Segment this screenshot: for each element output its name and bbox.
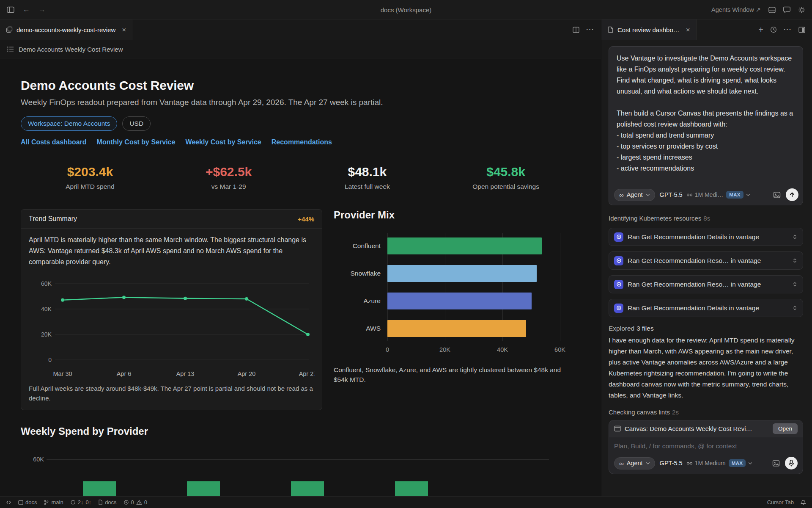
max-mode-badge[interactable]: MAX <box>726 191 743 199</box>
chat-input[interactable] <box>614 442 798 450</box>
forward-button[interactable]: → <box>38 6 46 14</box>
chat-more-actions-icon[interactable]: ··· <box>784 26 792 33</box>
chat-input-area[interactable]: ∞ Agent GPT-5.5 1M Medium MAX <box>609 437 803 474</box>
provider-xtick: 40K <box>497 346 508 353</box>
close-tab-icon[interactable]: × <box>122 26 126 33</box>
chevron-down-icon[interactable] <box>748 462 752 465</box>
explored-prefix: Explored <box>609 325 634 332</box>
settings-gear-icon[interactable] <box>798 6 805 14</box>
explored-count: 3 files <box>636 325 654 332</box>
expand-chevrons-icon[interactable] <box>792 234 798 240</box>
provider-xtick: 0 <box>386 346 389 353</box>
context-window-selector[interactable]: 1M Medi… <box>686 191 724 198</box>
explored-files-summary[interactable]: Explored3 files <box>609 325 803 332</box>
link-all-costs-dashboard[interactable]: All Costs dashboard <box>21 138 87 146</box>
metric-value: $48.1k <box>298 165 437 179</box>
canvas-layers-icon <box>6 26 13 33</box>
chevron-down-icon <box>646 193 650 196</box>
context-link-icon <box>686 461 693 466</box>
toggle-right-panel-icon[interactable] <box>798 27 805 33</box>
trend-line-chart: 020K40K60KMar 30Apr 6Apr 13Apr 20Apr 27 <box>29 271 315 380</box>
status-text: Identifying Kubernetes resources <box>609 215 701 222</box>
chat-icon[interactable] <box>783 6 790 13</box>
tool-name: Get Recommendation Reso… <box>642 257 729 264</box>
chevron-down-icon[interactable] <box>746 193 750 196</box>
svg-text:40K: 40K <box>41 306 52 312</box>
currency-pill[interactable]: USD <box>122 116 151 131</box>
context-window-selector[interactable]: 1M Medium <box>686 460 726 467</box>
toggle-sidebar-icon[interactable] <box>7 6 14 13</box>
tool-prefix: Ran <box>628 257 639 264</box>
agent-mode-label: Agent <box>627 191 643 198</box>
agent-mode-selector[interactable]: ∞ Agent <box>614 457 655 469</box>
attach-image-icon[interactable] <box>772 460 780 467</box>
workspace-pill[interactable]: Workspace: Demo Accounts <box>21 116 117 131</box>
tab-cost-review-dashboard[interactable]: Cost review dashbo… × <box>601 19 697 40</box>
message-composer-bar: ∞ Agent GPT-5.5 1M Medi… MAX <box>614 188 798 201</box>
metric-value: +$62.5k <box>159 165 298 179</box>
outline-list-icon[interactable] <box>7 46 14 52</box>
link-recommendations[interactable]: Recommendations <box>272 138 332 146</box>
tool-call-row[interactable]: Ran Get Recommendation Reso… in vantage <box>609 275 803 293</box>
back-button[interactable]: ← <box>23 6 30 14</box>
toggle-bottom-panel-icon[interactable] <box>768 7 776 13</box>
user-message-bullet: - top services or providers by cost <box>617 141 795 152</box>
voice-input-button[interactable] <box>785 457 798 469</box>
tab-demo-accounts-weekly-cost-review[interactable]: demo-accounts-weekly-cost-review × <box>0 19 132 40</box>
new-chat-icon[interactable]: + <box>758 25 763 34</box>
docs-indicator[interactable]: docs <box>98 499 116 505</box>
tool-location: in vantage <box>729 233 760 240</box>
provider-mix-chart: ConfluentSnowflakeAzureAWS 020K40K60K <box>334 233 575 341</box>
user-message-bullet: - largest spend increases <box>617 152 795 163</box>
git-sync-indicator[interactable]: 2↓ 0↑ <box>70 499 91 505</box>
problems-indicator[interactable]: 0 0 <box>123 499 147 505</box>
canvas-result-row[interactable]: Canvas: Demo Accounts Weekly Cost Revi… … <box>609 420 803 437</box>
provider-label: Confluent <box>334 237 381 254</box>
canvas-window-icon <box>614 425 621 432</box>
send-button[interactable] <box>786 188 798 201</box>
expand-chevrons-icon[interactable] <box>792 257 798 264</box>
open-canvas-button[interactable]: Open <box>773 423 798 434</box>
close-chat-tab-icon[interactable]: × <box>686 26 690 33</box>
split-editor-icon[interactable] <box>573 27 579 33</box>
weekly-bar <box>395 481 428 496</box>
canvas-result-label: Canvas: Demo Accounts Weekly Cost Revi… <box>625 425 769 432</box>
metric-label: Latest full week <box>298 183 437 190</box>
user-message-paragraph: Then build a Cursor Canvas that presents… <box>617 108 795 130</box>
vantage-icon <box>614 280 623 289</box>
agent-mode-selector[interactable]: ∞ Agent <box>614 189 655 201</box>
link-monthly-cost-by-service[interactable]: Monthly Cost by Service <box>97 138 176 146</box>
tool-name: Get Recommendation Details <box>642 304 727 312</box>
chat-panel: Use Vantage to investigate the Demo Acco… <box>601 40 812 496</box>
model-selector[interactable]: GPT-5.5 <box>660 460 683 467</box>
link-weekly-cost-by-service[interactable]: Weekly Cost by Service <box>185 138 261 146</box>
tool-call-row[interactable]: Ran Get Recommendation Details in vantag… <box>609 299 803 317</box>
provider-bar <box>387 237 542 254</box>
tool-location: in vantage <box>729 304 760 312</box>
agents-window-button[interactable]: Agents Window ↗ <box>711 6 761 13</box>
tool-call-row[interactable]: Ran Get Recommendation Reso… in vantage <box>609 251 803 270</box>
expand-chevrons-icon[interactable] <box>792 281 798 287</box>
tool-call-row[interactable]: Ran Get Recommendation Details in vantag… <box>609 228 803 246</box>
weekly-gridline <box>47 459 549 460</box>
dashboard-links: All Costs dashboard Monthly Cost by Serv… <box>21 138 601 146</box>
cursor-tab-indicator[interactable]: Cursor Tab <box>767 499 794 505</box>
input-composer-bar: ∞ Agent GPT-5.5 1M Medium MAX <box>614 457 798 469</box>
workspace-indicator[interactable]: docs <box>18 499 37 505</box>
expand-chevrons-icon[interactable] <box>792 305 798 311</box>
tab-strip: demo-accounts-weekly-cost-review × ··· C… <box>0 19 812 40</box>
attach-image-icon[interactable] <box>773 191 781 199</box>
notifications-bell-icon[interactable] <box>801 500 806 505</box>
remote-indicator[interactable] <box>6 500 11 505</box>
model-selector[interactable]: GPT-5.5 <box>660 191 683 198</box>
editor-more-actions-icon[interactable]: ··· <box>586 26 594 33</box>
user-message-card[interactable]: Use Vantage to investigate the Demo Acco… <box>609 46 803 205</box>
page-title: Demo Accounts Cost Review <box>21 78 601 93</box>
warning-triangle-icon <box>136 500 142 505</box>
weekly-bar <box>187 481 220 496</box>
history-clock-icon[interactable] <box>770 26 777 33</box>
git-branch-indicator[interactable]: main <box>44 499 63 505</box>
chat-file-icon <box>607 26 614 33</box>
svg-text:Apr 13: Apr 13 <box>176 370 195 377</box>
max-mode-badge[interactable]: MAX <box>729 459 746 467</box>
